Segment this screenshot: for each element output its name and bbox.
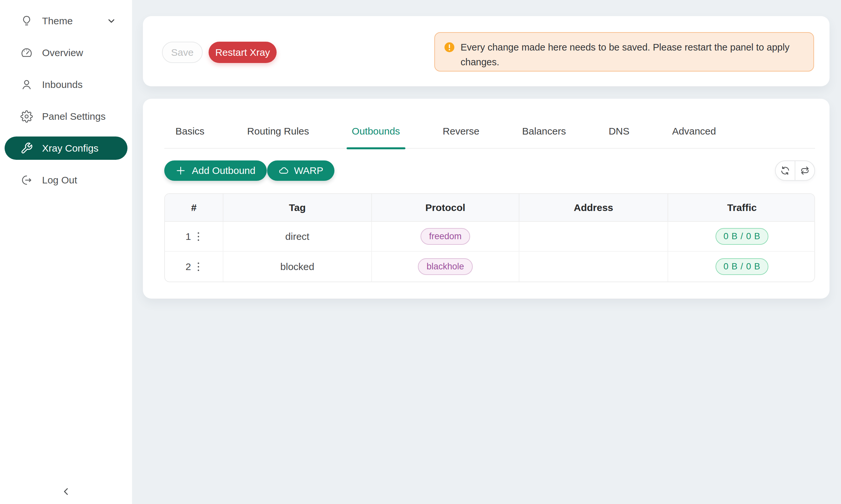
refresh-icon <box>780 166 790 176</box>
more-vertical-icon <box>196 231 201 242</box>
row-address <box>519 252 668 282</box>
protocol-badge: freedom <box>420 228 470 245</box>
row-menu-button[interactable] <box>195 260 202 273</box>
sidebar-item-theme[interactable]: Theme <box>5 9 127 33</box>
table-tools <box>775 160 815 181</box>
tab-balancers[interactable]: Balancers <box>517 126 571 148</box>
add-outbound-label: Add Outbound <box>192 165 256 176</box>
save-button[interactable]: Save <box>162 42 203 63</box>
col-header-traffic: Traffic <box>668 194 815 222</box>
sidebar-item-label: Log Out <box>42 175 116 186</box>
sidebar: Theme Overview <box>0 0 132 504</box>
sidebar-collapse-button[interactable] <box>0 484 132 499</box>
warning-icon <box>444 41 455 53</box>
row-index: 1 <box>186 231 191 242</box>
chevron-left-icon <box>60 485 72 498</box>
col-header-address: Address <box>519 194 668 222</box>
sidebar-item-overview[interactable]: Overview <box>5 41 127 64</box>
more-vertical-icon <box>196 262 201 272</box>
col-header-tag: Tag <box>223 194 372 222</box>
row-menu-button[interactable] <box>195 230 202 243</box>
col-header-protocol: Protocol <box>372 194 519 222</box>
outbounds-table: # Tag Protocol Address Traffic 1 <box>164 193 815 282</box>
user-icon <box>20 78 33 91</box>
traffic-badge: 0 B / 0 B <box>716 258 768 275</box>
sidebar-item-label: Inbounds <box>42 79 116 90</box>
alert-message: Every change made here needs to be saved… <box>461 40 800 70</box>
restart-xray-button[interactable]: Restart Xray <box>209 42 277 63</box>
warp-label: WARP <box>294 165 323 176</box>
cloud-icon <box>278 165 289 176</box>
config-tabs: Basics Routing Rules Outbounds Reverse B… <box>164 99 815 149</box>
tab-routing-rules[interactable]: Routing Rules <box>242 126 314 148</box>
bulb-icon <box>20 15 33 27</box>
repeat-button[interactable] <box>795 161 814 180</box>
tab-advanced[interactable]: Advanced <box>667 126 721 148</box>
sidebar-item-label: Xray Configs <box>42 143 116 154</box>
chevron-down-icon <box>106 16 116 26</box>
protocol-badge: blackhole <box>418 258 473 275</box>
warp-button[interactable]: WARP <box>267 160 334 181</box>
add-outbound-button[interactable]: Add Outbound <box>164 160 267 181</box>
sidebar-item-label: Panel Settings <box>42 111 116 122</box>
row-address <box>519 222 668 252</box>
gear-icon <box>20 110 33 123</box>
table-row: 2 <box>165 252 815 282</box>
col-header-index: # <box>165 194 223 222</box>
sidebar-item-xray-configs[interactable]: Xray Configs <box>5 137 127 160</box>
sidebar-item-panel-settings[interactable]: Panel Settings <box>5 105 127 128</box>
actions-card: Save Restart Xray Every change made here… <box>143 16 829 86</box>
tab-outbounds[interactable]: Outbounds <box>347 126 406 148</box>
dashboard-icon <box>20 47 33 59</box>
row-tag: blocked <box>223 252 372 282</box>
tab-basics[interactable]: Basics <box>170 126 210 148</box>
row-tag: direct <box>223 222 372 252</box>
xray-configs-card: Basics Routing Rules Outbounds Reverse B… <box>143 99 829 299</box>
wrench-icon <box>20 142 33 155</box>
sidebar-item-label: Overview <box>42 47 116 58</box>
refresh-button[interactable] <box>776 161 795 180</box>
table-row: 1 <box>165 222 815 252</box>
row-index: 2 <box>186 261 191 272</box>
plus-icon <box>175 165 186 176</box>
traffic-badge: 0 B / 0 B <box>716 228 768 245</box>
logout-icon <box>20 174 33 186</box>
sidebar-item-log-out[interactable]: Log Out <box>5 168 127 192</box>
sidebar-item-inbounds[interactable]: Inbounds <box>5 73 127 96</box>
repeat-icon <box>800 166 810 176</box>
tab-reverse[interactable]: Reverse <box>437 126 485 148</box>
restart-warning-alert: Every change made here needs to be saved… <box>434 32 814 72</box>
sidebar-item-label: Theme <box>42 15 106 26</box>
tab-dns[interactable]: DNS <box>603 126 635 148</box>
